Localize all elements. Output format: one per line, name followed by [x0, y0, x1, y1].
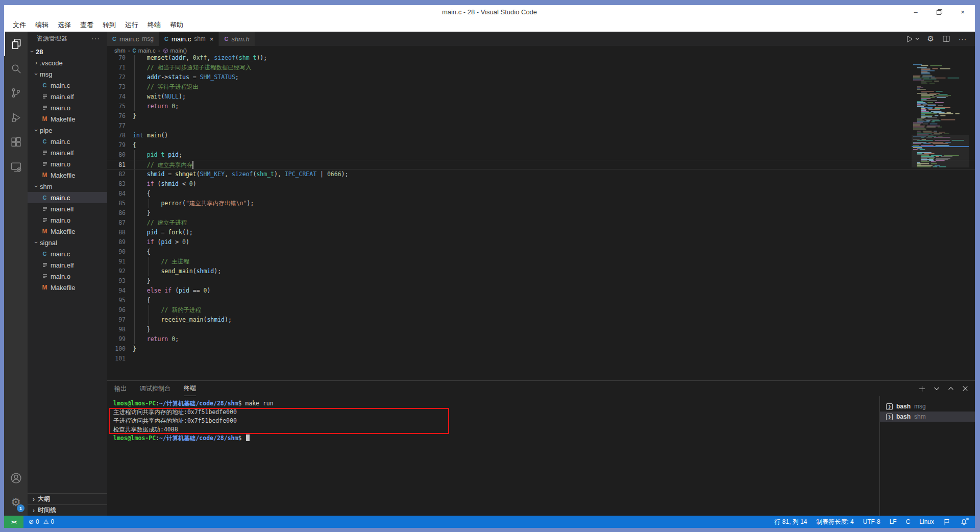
titlebar[interactable]: main.c - 28 - Visual Studio Code –×: [4, 5, 975, 18]
activity-run-debug-icon[interactable]: [4, 105, 28, 130]
code-line-86[interactable]: 86 }: [107, 208, 975, 218]
menu-help[interactable]: 帮助: [165, 19, 188, 31]
tree-item-main.elf[interactable]: main.elf: [28, 147, 107, 158]
code-line-80[interactable]: 80 pid_t pid;: [107, 150, 975, 160]
menu-edit[interactable]: 编辑: [31, 19, 53, 31]
tab-main.c-shm[interactable]: Cmain.cshm×: [159, 32, 219, 46]
code-line-90[interactable]: 90 {: [107, 247, 975, 257]
code-line-99[interactable]: 99 return 0;: [107, 334, 975, 344]
code-line-93[interactable]: 93 }: [107, 276, 975, 286]
new-terminal-icon[interactable]: [918, 385, 926, 393]
more-actions-icon[interactable]: ···: [91, 34, 100, 42]
code-line-72[interactable]: 72 addr->status = SHM_STATUS;: [107, 72, 975, 82]
tree-item-main.c[interactable]: Cmain.c: [28, 192, 107, 203]
tab-main.c-msg[interactable]: Cmain.cmsg: [107, 32, 159, 46]
tree-item-Makefile[interactable]: MMakefile: [28, 170, 107, 181]
code-line-100[interactable]: 100}: [107, 344, 975, 354]
panel-tab-终端[interactable]: 终端: [184, 381, 196, 396]
terminal-instance-msg[interactable]: ❯bashmsg: [880, 401, 975, 412]
activity-explorer-icon[interactable]: [4, 32, 28, 56]
gear-icon[interactable]: ⚙: [927, 34, 934, 43]
close-panel-icon[interactable]: [962, 385, 969, 392]
code-line-81[interactable]: 81 // 建立共享内存: [107, 160, 975, 170]
status-eol[interactable]: LF: [890, 518, 897, 525]
code-line-92[interactable]: 92 send_main(shmid);: [107, 267, 975, 276]
code-line-83[interactable]: 83 if (shmid < 0): [107, 179, 975, 189]
panel-tab-输出[interactable]: 输出: [114, 381, 127, 396]
tree-item-main.c[interactable]: Cmain.c: [28, 136, 107, 147]
breadcrumb-item-main.c[interactable]: main.c: [138, 47, 156, 54]
status-cursor-position[interactable]: 行 81, 列 14: [774, 518, 807, 526]
chevron-down-icon[interactable]: [933, 385, 940, 392]
run-button-icon[interactable]: [905, 35, 919, 43]
minimize-button[interactable]: –: [912, 8, 920, 16]
code-line-71[interactable]: 71 // 相当于同步通知子进程数据已经写入: [107, 63, 975, 72]
code-line-82[interactable]: 82 shmid = shmget(SHM_KEY, sizeof(shm_t)…: [107, 170, 975, 179]
tree-item-main.o[interactable]: main.o: [28, 214, 107, 226]
chevron-up-icon[interactable]: [947, 385, 954, 392]
activity-search-icon[interactable]: [4, 56, 28, 81]
code-line-91[interactable]: 91 // 主进程: [107, 257, 975, 267]
feedback-flag-icon[interactable]: [943, 518, 951, 526]
code-line-89[interactable]: 89 if (pid > 0): [107, 237, 975, 247]
menu-terminal[interactable]: 终端: [143, 19, 165, 31]
code-line-96[interactable]: 96 // 新的子进程: [107, 305, 975, 315]
code-line-98[interactable]: 98 }: [107, 325, 975, 334]
code-line-101[interactable]: 101: [107, 354, 975, 364]
code-line-74[interactable]: 74 wait(NULL);: [107, 92, 975, 102]
tree-item-main.o[interactable]: main.o: [28, 271, 107, 282]
tree-item-signal[interactable]: ›signal: [28, 237, 107, 248]
tree-item-msg[interactable]: ›msg: [28, 68, 107, 80]
code-line-75[interactable]: 75 return 0;: [107, 102, 975, 111]
menu-goto[interactable]: 转到: [98, 19, 120, 31]
code-line-97[interactable]: 97 receive_main(shmid);: [107, 315, 975, 325]
tree-item-main.elf[interactable]: main.elf: [28, 259, 107, 271]
status-encoding[interactable]: UTF-8: [863, 518, 880, 525]
breadcrumb-item-shm[interactable]: shm: [114, 47, 126, 54]
code-line-76[interactable]: 76}: [107, 111, 975, 121]
activity-source-control-icon[interactable]: [4, 81, 28, 105]
code-editor[interactable]: 70 memset(addr, 0xff, sizeof(shm_t));71 …: [107, 55, 975, 380]
tree-item-.vscode[interactable]: ›.vscode: [28, 57, 107, 68]
code-line-78[interactable]: 78int main(): [107, 131, 975, 140]
remote-indicator[interactable]: ><: [4, 516, 23, 528]
tree-item-main.c[interactable]: Cmain.c: [28, 248, 107, 259]
tree-item-Makefile[interactable]: MMakefile: [28, 226, 107, 237]
terminal-instance-shm[interactable]: ❯bashshm: [880, 412, 975, 422]
tree-item-shm[interactable]: ›shm: [28, 181, 107, 192]
tree-item-main.o[interactable]: main.o: [28, 102, 107, 113]
terminal-output[interactable]: lmos@lmos-PC:~/计算机基础/code/28/shm$ make r…: [113, 399, 873, 443]
sidebar-section-outline[interactable]: ›大纲: [28, 493, 107, 504]
code-line-77[interactable]: 77: [107, 121, 975, 131]
minimap[interactable]: [912, 55, 969, 372]
restore-button[interactable]: [935, 8, 943, 16]
code-line-85[interactable]: 85 perror("建立共享内存出错\n");: [107, 199, 975, 208]
split-editor-icon[interactable]: [942, 35, 950, 43]
tree-item-28[interactable]: ›28: [28, 46, 107, 57]
status-language-mode[interactable]: C: [906, 518, 911, 525]
tree-item-pipe[interactable]: ›pipe: [28, 125, 107, 136]
tree-item-Makefile[interactable]: MMakefile: [28, 282, 107, 293]
activity-extensions-icon[interactable]: [4, 130, 28, 154]
tree-item-main.elf[interactable]: main.elf: [28, 203, 107, 214]
tab-shm.h[interactable]: Cshm.h: [219, 32, 255, 46]
bell-icon[interactable]: [960, 518, 968, 526]
code-line-84[interactable]: 84 {: [107, 189, 975, 199]
more-icon[interactable]: ···: [959, 35, 967, 43]
activity-account-icon[interactable]: [4, 466, 28, 490]
status-tab-size[interactable]: 制表符长度: 4: [816, 518, 853, 526]
close-button[interactable]: ×: [959, 8, 967, 16]
menu-file[interactable]: 文件: [8, 19, 31, 31]
menu-run[interactable]: 运行: [120, 19, 143, 31]
tree-item-main.elf[interactable]: main.elf: [28, 91, 107, 102]
sidebar-section-timeline[interactable]: ›时间线: [28, 504, 107, 516]
code-line-94[interactable]: 94 else if (pid == 0): [107, 286, 975, 296]
code-line-88[interactable]: 88 pid = fork();: [107, 228, 975, 237]
code-line-70[interactable]: 70 memset(addr, 0xff, sizeof(shm_t));: [107, 55, 975, 63]
tree-item-Makefile[interactable]: MMakefile: [28, 113, 107, 125]
panel-tab-调试控制台[interactable]: 调试控制台: [140, 381, 170, 396]
activity-settings-icon[interactable]: ⚙1: [4, 490, 28, 515]
tree-item-main.o[interactable]: main.o: [28, 158, 107, 170]
code-line-87[interactable]: 87 // 建立子进程: [107, 218, 975, 228]
menu-view[interactable]: 查看: [76, 19, 98, 31]
